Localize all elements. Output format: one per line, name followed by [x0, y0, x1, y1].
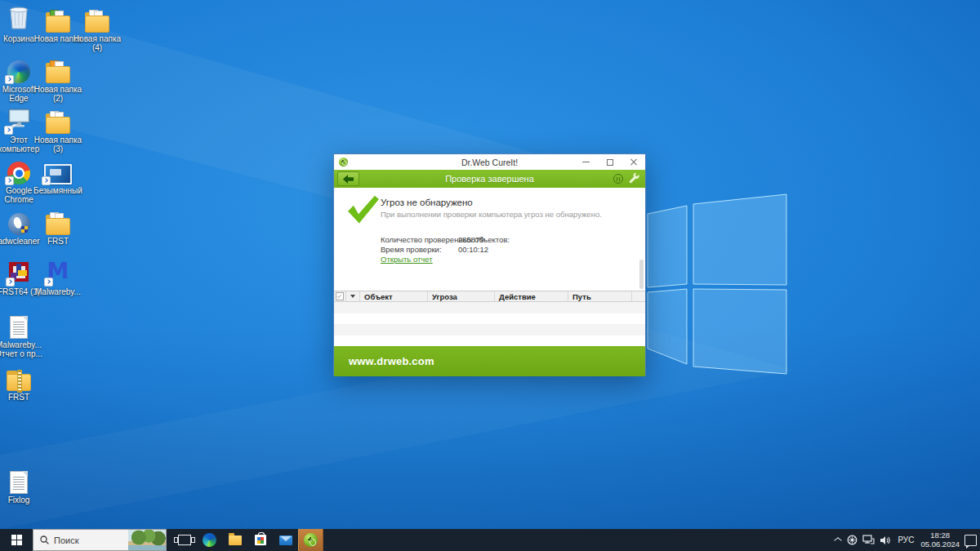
desktop-icon-malwarebytes-report[interactable]: Malwareby...Отчет о пр... — [0, 313, 44, 358]
settings-wrench-icon[interactable] — [629, 173, 639, 185]
recycle-bin-icon — [8, 5, 29, 33]
clock[interactable]: 18:28 05.06.2024 — [920, 531, 960, 549]
taskbar-edge-button[interactable] — [197, 529, 222, 551]
taskbar-explorer-button[interactable] — [222, 529, 247, 551]
desktop-icon-frst-folder[interactable]: FRST — [33, 209, 83, 246]
network-icon[interactable] — [862, 535, 875, 545]
results-table-body — [334, 302, 645, 346]
show-hidden-icons-chevron[interactable] — [834, 537, 842, 543]
scrollbar-thumb[interactable] — [639, 260, 644, 289]
folder-icon — [85, 16, 109, 33]
shortcut-arrow-icon — [5, 75, 14, 84]
desktop-icon-frst-zip[interactable]: FRST — [0, 365, 44, 402]
malwarebytes-icon — [47, 263, 69, 286]
column-header-object[interactable]: Объект — [360, 291, 428, 301]
computer-icon — [7, 109, 31, 134]
shortcut-arrow-icon — [42, 176, 51, 185]
desktop-icon-label: FRST — [33, 237, 83, 246]
shortcut-arrow-icon — [6, 278, 15, 287]
success-checkmark-icon — [348, 194, 379, 225]
shortcut-arrow-icon — [4, 126, 13, 135]
open-report-link[interactable]: Открыть отчет — [381, 255, 433, 264]
start-button[interactable] — [0, 529, 33, 551]
drweb-url-link[interactable]: www.drweb.com — [349, 355, 434, 367]
desktop-icon-label: Новая папка (3) — [33, 136, 83, 153]
task-view-icon — [178, 535, 191, 545]
minimize-button[interactable] — [574, 154, 598, 170]
drweb-cureit-icon — [304, 533, 318, 547]
system-tray: РУС 18:28 05.06.2024 — [834, 529, 977, 551]
language-indicator[interactable]: РУС — [896, 535, 915, 544]
folder-icon — [46, 117, 70, 134]
folder-icon — [46, 66, 70, 83]
table-row — [334, 324, 645, 335]
shortcut-arrow-icon — [5, 176, 14, 185]
taskbar-mail-button[interactable] — [273, 529, 298, 551]
pause-icon[interactable] — [613, 174, 623, 184]
close-button[interactable] — [621, 154, 645, 170]
desktop-icon-new-folder-2[interactable]: Новая папка (2) — [33, 57, 83, 103]
file-explorer-icon — [229, 535, 242, 545]
windows-logo-wallpaper — [645, 193, 789, 377]
image-file-icon — [44, 164, 72, 184]
task-view-button[interactable] — [172, 529, 197, 551]
result-subtitle: При выполнении проверки компьютера угроз… — [381, 210, 602, 219]
desktop-wallpaper: Корзина Новая папка Новая папка (4) Micr… — [0, 0, 980, 529]
edge-icon — [7, 60, 30, 83]
filter-dropdown-arrow[interactable] — [346, 291, 360, 301]
desktop-icon-label: Новая папка (2) — [33, 85, 83, 103]
search-icon — [40, 535, 49, 544]
taskbar-drweb-button[interactable] — [298, 529, 323, 551]
folder-icon — [46, 218, 70, 235]
search-placeholder: Поиск — [54, 535, 128, 545]
table-row — [334, 302, 645, 313]
stat-scanned-objects: Количество проверенных объектов: 285879 — [381, 235, 510, 244]
table-row — [334, 313, 645, 325]
folder-icon — [46, 16, 70, 33]
window-titlebar[interactable]: Dr.Web CureIt! — [334, 154, 645, 170]
edge-icon — [203, 533, 216, 547]
windows-logo-icon — [11, 535, 22, 545]
taskbar: Поиск РУС 18:28 05.06.2024 — [0, 529, 980, 551]
desktop-icon-label: Fixlog — [0, 495, 44, 504]
volume-icon[interactable] — [880, 535, 891, 545]
drweb-logo-icon — [339, 158, 348, 167]
adwcleaner-icon — [8, 213, 30, 235]
desktop-icon-malwarebytes[interactable]: Malwareby... — [33, 260, 83, 296]
shortcut-arrow-icon — [44, 278, 53, 287]
scan-status-title: Проверка завершена — [334, 174, 645, 184]
zip-folder-icon — [7, 374, 31, 391]
chrome-icon — [7, 162, 30, 184]
maximize-button[interactable] — [598, 154, 621, 170]
search-box[interactable]: Поиск — [33, 529, 167, 551]
desktop-icon-label: Malwareby... — [33, 287, 83, 296]
search-highlight-image[interactable] — [128, 530, 166, 550]
column-header-path[interactable]: Путь — [568, 291, 632, 301]
taskbar-store-button[interactable] — [247, 529, 273, 551]
time: 18:28 — [930, 531, 950, 540]
desktop-icon-untitled-image[interactable]: Безымянный — [33, 158, 83, 195]
document-icon — [10, 471, 28, 494]
column-header-spacer — [632, 291, 645, 301]
select-all-checkbox[interactable] — [334, 291, 346, 301]
results-table-header: Объект Угроза Действие Путь — [334, 291, 645, 302]
result-title: Угроз не обнаружено — [381, 198, 473, 207]
drweb-tray-icon[interactable] — [847, 535, 858, 545]
left-arrow-icon — [343, 175, 354, 184]
desktop-icon-new-folder-3[interactable]: Новая папка (3) — [33, 108, 83, 153]
scan-result-panel: Угроз не обнаружено При выполнении прове… — [334, 188, 645, 291]
desktop-icon-new-folder-4[interactable]: Новая папка (4) — [72, 7, 122, 52]
column-header-threat[interactable]: Угроза — [428, 291, 495, 301]
scan-status-header: Проверка завершена — [334, 170, 645, 188]
document-icon — [10, 316, 28, 339]
date: 05.06.2024 — [920, 540, 960, 549]
frst64-icon — [8, 261, 29, 286]
back-button[interactable] — [337, 171, 359, 186]
action-center-icon[interactable] — [964, 535, 977, 546]
desktop-icon-label: FRST — [0, 393, 44, 402]
column-header-action[interactable]: Действие — [495, 291, 568, 301]
desktop-icon-fixlog[interactable]: Fixlog — [0, 468, 44, 504]
drweb-cureit-window: Dr.Web CureIt! Проверка завершена — [333, 153, 646, 375]
desktop-icon-label: Новая папка (4) — [72, 34, 122, 52]
window-footer: www.drweb.com — [334, 346, 645, 376]
